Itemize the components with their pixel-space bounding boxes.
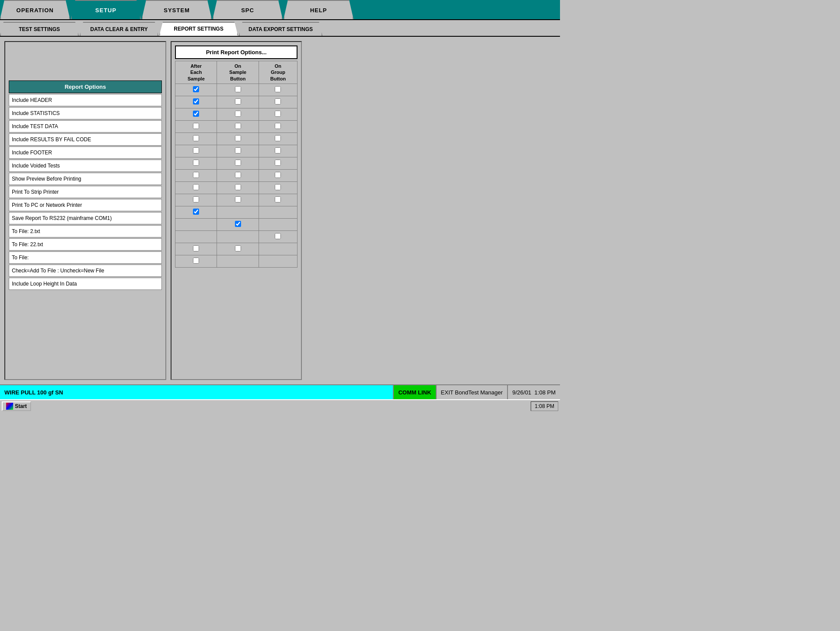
row-include-header[interactable]: Include HEADER bbox=[9, 94, 162, 106]
cb-5-0[interactable] bbox=[175, 145, 217, 157]
status-comm-link[interactable]: COMM LINK bbox=[393, 385, 435, 399]
row-to-file-2[interactable]: To File: 2.txt bbox=[9, 225, 162, 237]
start-button[interactable]: Start bbox=[2, 401, 31, 411]
cb-13-0[interactable] bbox=[175, 243, 217, 255]
cb-4-1[interactable] bbox=[217, 132, 259, 145]
cb-12-1 bbox=[217, 230, 259, 243]
table-row bbox=[175, 120, 298, 132]
status-exit-button[interactable]: EXIT BondTest Manager bbox=[436, 385, 507, 399]
cb-6-0[interactable] bbox=[175, 157, 217, 169]
status-bar: WIRE PULL 100 gf SN COMM LINK EXIT BondT… bbox=[0, 384, 560, 399]
cb-3-2[interactable] bbox=[259, 120, 297, 132]
cb-8-1[interactable] bbox=[217, 181, 259, 194]
row-include-voided-tests[interactable]: Include Voided Tests bbox=[9, 160, 162, 172]
table-row bbox=[175, 96, 298, 108]
cb-12-2[interactable] bbox=[259, 230, 297, 243]
cb-7-0[interactable] bbox=[175, 169, 217, 181]
cb-5-1[interactable] bbox=[217, 145, 259, 157]
cb-14-1 bbox=[217, 255, 259, 267]
cb-8-0[interactable] bbox=[175, 181, 217, 194]
cb-9-0[interactable] bbox=[175, 194, 217, 206]
cb-10-0[interactable] bbox=[175, 206, 217, 218]
tab-operation[interactable]: OPERATION bbox=[0, 0, 70, 19]
table-row bbox=[175, 108, 298, 120]
taskbar: Start 1:08 PM bbox=[0, 399, 560, 412]
sub-navigation: TEST SETTINGS DATA CLEAR & ENTRY REPORT … bbox=[0, 20, 560, 37]
top-navigation: OPERATION SETUP SYSTEM SPC HELP bbox=[0, 0, 560, 20]
row-include-footer[interactable]: Include FOOTER bbox=[9, 146, 162, 159]
empty-area bbox=[306, 41, 556, 380]
cb-2-0[interactable] bbox=[175, 108, 217, 120]
row-to-file-22[interactable]: To File: 22.txt bbox=[9, 238, 162, 251]
tab-data-clear-entry[interactable]: DATA CLEAR & ENTRY bbox=[80, 22, 158, 36]
col-on-sample-button: OnSampleButton bbox=[217, 61, 259, 84]
row-print-strip-printer[interactable]: Print To Strip Printer bbox=[9, 186, 162, 198]
row-include-results-fail-code[interactable]: Include RESULTS BY FAIL CODE bbox=[9, 133, 162, 146]
row-print-pc-network[interactable]: Print To PC or Network Printer bbox=[9, 199, 162, 211]
cb-0-2[interactable] bbox=[259, 84, 297, 96]
table-row bbox=[175, 206, 298, 218]
row-save-rs232[interactable]: Save Report To RS232 (mainframe COM1) bbox=[9, 212, 162, 224]
tab-spc[interactable]: SPC bbox=[213, 0, 283, 19]
cb-6-1[interactable] bbox=[217, 157, 259, 169]
table-row bbox=[175, 194, 298, 206]
cb-12-0 bbox=[175, 230, 217, 243]
cb-7-2[interactable] bbox=[259, 169, 297, 181]
cb-13-1[interactable] bbox=[217, 243, 259, 255]
cb-14-2 bbox=[259, 255, 297, 267]
cb-3-1[interactable] bbox=[217, 120, 259, 132]
cb-14-0[interactable] bbox=[175, 255, 217, 267]
cb-7-1[interactable] bbox=[217, 169, 259, 181]
cb-10-2 bbox=[259, 206, 297, 218]
row-include-loop-height[interactable]: Include Loop Height In Data bbox=[9, 278, 162, 290]
row-include-statistics[interactable]: Include STATISTICS bbox=[9, 107, 162, 119]
cb-8-2[interactable] bbox=[259, 181, 297, 194]
row-to-file-empty[interactable]: To File: bbox=[9, 251, 162, 264]
col-after-each-sample: AfterEachSample bbox=[175, 61, 217, 84]
report-options-header: Report Options bbox=[9, 80, 162, 93]
windows-icon bbox=[6, 403, 13, 410]
tab-data-export-settings[interactable]: DATA EXPORT SETTINGS bbox=[239, 22, 322, 36]
status-wire-text: WIRE PULL 100 gf SN bbox=[0, 385, 393, 399]
table-row bbox=[175, 132, 298, 145]
start-label: Start bbox=[15, 403, 27, 409]
tab-setup[interactable]: SETUP bbox=[71, 0, 141, 19]
cb-4-0[interactable] bbox=[175, 132, 217, 145]
table-row bbox=[175, 218, 298, 230]
cb-9-1[interactable] bbox=[217, 194, 259, 206]
cb-0-1[interactable] bbox=[217, 84, 259, 96]
cb-10-1 bbox=[217, 206, 259, 218]
cb-5-2[interactable] bbox=[259, 145, 297, 157]
table-row bbox=[175, 157, 298, 169]
table-row bbox=[175, 243, 298, 255]
print-options-header: Print Report Options... bbox=[175, 45, 298, 59]
options-table: AfterEachSample OnSampleButton OnGroupBu… bbox=[175, 61, 298, 268]
cb-11-2 bbox=[259, 218, 297, 230]
right-panel: Print Report Options... AfterEachSample … bbox=[171, 41, 302, 380]
table-row bbox=[175, 230, 298, 243]
tab-report-settings[interactable]: REPORT SETTINGS bbox=[159, 22, 238, 36]
cb-1-2[interactable] bbox=[259, 96, 297, 108]
cb-4-2[interactable] bbox=[259, 132, 297, 145]
cb-1-0[interactable] bbox=[175, 96, 217, 108]
status-date: 9/26/01 1:08 PM bbox=[507, 385, 560, 399]
cb-9-2[interactable] bbox=[259, 194, 297, 206]
cb-13-2 bbox=[259, 243, 297, 255]
cb-3-0[interactable] bbox=[175, 120, 217, 132]
taskbar-time: 1:08 PM bbox=[531, 401, 558, 411]
cb-2-2[interactable] bbox=[259, 108, 297, 120]
tab-help[interactable]: HELP bbox=[284, 0, 354, 19]
cb-1-1[interactable] bbox=[217, 96, 259, 108]
main-content: Report Options Include HEADER Include ST… bbox=[0, 37, 560, 384]
left-spacer bbox=[9, 45, 162, 80]
row-show-preview[interactable]: Show Preview Before Printing bbox=[9, 173, 162, 185]
table-row bbox=[175, 255, 298, 267]
cb-0-0[interactable] bbox=[175, 84, 217, 96]
cb-11-1[interactable] bbox=[217, 218, 259, 230]
cb-6-2[interactable] bbox=[259, 157, 297, 169]
row-check-add-to-file[interactable]: Check=Add To File : Uncheck=New File bbox=[9, 265, 162, 277]
tab-system[interactable]: SYSTEM bbox=[142, 0, 212, 19]
tab-test-settings[interactable]: TEST SETTINGS bbox=[0, 22, 79, 36]
cb-2-1[interactable] bbox=[217, 108, 259, 120]
row-include-test-data[interactable]: Include TEST DATA bbox=[9, 120, 162, 132]
